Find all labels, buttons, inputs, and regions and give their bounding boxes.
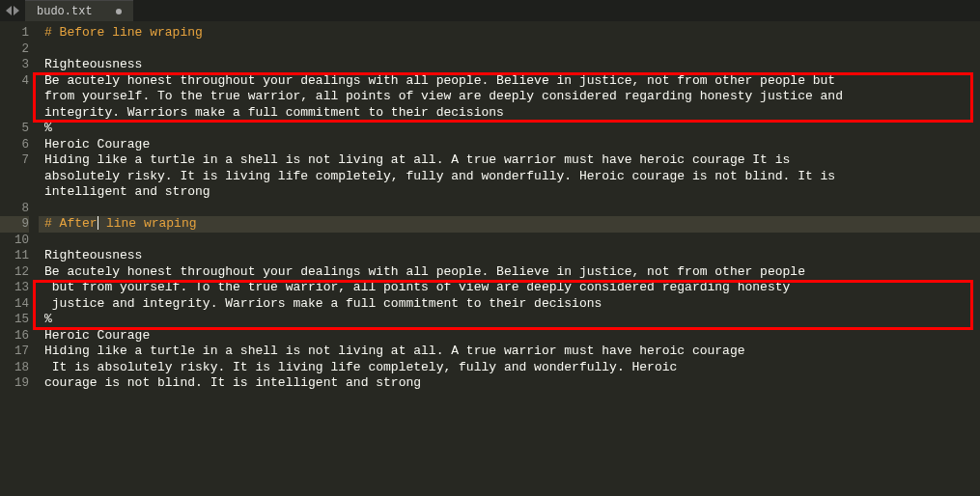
code-line[interactable]: Hiding like a turtle in a shell is not l…	[39, 152, 980, 169]
tab-budo[interactable]: budo.txt	[25, 0, 133, 21]
line-number: 7	[0, 152, 29, 169]
code-line[interactable]: Righteousness	[39, 57, 980, 73]
line-number: 5	[0, 121, 29, 137]
line-number: 4	[0, 73, 29, 90]
nav-back-icon[interactable]	[6, 6, 12, 15]
code-line[interactable]: Be acutely honest throughout your dealin…	[39, 73, 980, 90]
code-line[interactable]	[39, 233, 980, 249]
line-number	[0, 105, 29, 122]
code-line[interactable]: intelligent and strong	[39, 184, 980, 201]
code-line[interactable]: Heroic Courage	[39, 328, 980, 344]
content[interactable]: # Before line wrapingRighteousnessBe acu…	[39, 21, 980, 496]
nav-forward-icon[interactable]	[14, 6, 19, 15]
code-line[interactable]: Be acutely honest throughout your dealin…	[39, 264, 980, 281]
code-line[interactable]: absolutely risky. It is living life comp…	[39, 169, 980, 185]
line-number	[0, 169, 29, 185]
code-line[interactable]: Hiding like a turtle in a shell is not l…	[39, 344, 980, 360]
code-line[interactable]: Righteousness	[39, 248, 980, 264]
nav-arrows	[0, 6, 25, 15]
tab-label: budo.txt	[37, 5, 93, 18]
line-number: 6	[0, 137, 29, 153]
titlebar: budo.txt	[0, 0, 980, 21]
line-number	[0, 89, 29, 105]
line-number: 10	[0, 233, 29, 249]
line-number: 13	[0, 280, 29, 296]
editor[interactable]: 12345678910111213141516171819 # Before l…	[0, 21, 980, 496]
line-number: 12	[0, 264, 29, 281]
line-number: 1	[0, 25, 29, 41]
code-line[interactable]: %	[39, 312, 980, 328]
gutter: 12345678910111213141516171819	[0, 21, 39, 496]
line-number: 3	[0, 57, 29, 73]
line-number	[0, 184, 29, 201]
dirty-indicator-icon	[116, 9, 122, 14]
line-number: 14	[0, 296, 29, 313]
code-line[interactable]: Heroic Courage	[39, 137, 980, 153]
code-line[interactable]: %	[39, 121, 980, 137]
code-line[interactable]	[39, 201, 980, 217]
code-line[interactable]: from yourself. To the true warrior, all …	[39, 89, 980, 105]
line-number: 15	[0, 312, 29, 328]
line-number: 11	[0, 248, 29, 264]
line-number: 19	[0, 375, 29, 392]
code-line[interactable]: but from yourself. To the true warrior, …	[39, 280, 980, 296]
code-line[interactable]: # Before line wraping	[39, 25, 980, 41]
code-line[interactable]: courage is not blind. It is intelligent …	[39, 375, 980, 392]
code-line[interactable]: It is absolutely risky. It is living lif…	[39, 360, 980, 376]
line-number: 8	[0, 201, 29, 217]
line-number: 16	[0, 328, 29, 344]
code-line[interactable]: justice and integrity. Warriors make a f…	[39, 296, 980, 313]
code-line[interactable]: integrity. Warriors make a full commitme…	[39, 105, 980, 122]
line-number: 17	[0, 344, 29, 360]
line-number: 18	[0, 360, 29, 376]
code-line[interactable]: # After line wraping	[39, 216, 980, 233]
code-line[interactable]	[39, 41, 980, 58]
line-number: 2	[0, 41, 29, 58]
line-number: 9	[0, 216, 29, 233]
